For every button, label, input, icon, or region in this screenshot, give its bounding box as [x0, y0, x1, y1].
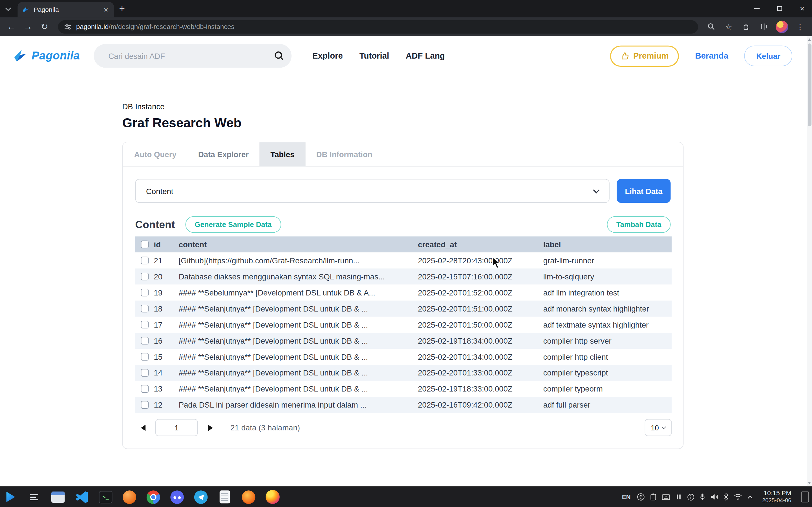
- tab-db-information[interactable]: DB Information: [305, 142, 383, 166]
- cell-id: 19: [154, 288, 179, 297]
- accessibility-icon[interactable]: [637, 493, 645, 501]
- telegram-icon[interactable]: [193, 489, 209, 505]
- terminal-icon[interactable]: >_: [98, 489, 113, 505]
- show-desktop-button[interactable]: [801, 492, 809, 503]
- row-checkbox[interactable]: [141, 321, 149, 329]
- next-page-button[interactable]: [202, 419, 218, 436]
- keluar-button[interactable]: Keluar: [744, 46, 792, 66]
- file-manager-icon[interactable]: [50, 489, 66, 505]
- scrollbar-thumb[interactable]: [808, 43, 811, 126]
- row-checkbox[interactable]: [141, 369, 149, 377]
- scroll-up-arrow[interactable]: [808, 38, 811, 41]
- tambah-data-button[interactable]: Tambah Data: [607, 216, 671, 233]
- chrome-icon[interactable]: [146, 489, 161, 505]
- tab-tables[interactable]: Tables: [260, 142, 305, 166]
- tray-expand-icon[interactable]: [747, 495, 753, 499]
- table-select[interactable]: Content: [135, 179, 609, 203]
- column-header-created-at[interactable]: created_at: [418, 240, 543, 249]
- row-checkbox[interactable]: [141, 305, 149, 313]
- table-row[interactable]: 17 #### **Selanjutnya** [Development DSL…: [135, 317, 672, 333]
- bluetooth-icon[interactable]: [723, 493, 728, 501]
- launcher-icon[interactable]: [3, 489, 18, 505]
- current-page-box[interactable]: 1: [155, 419, 198, 436]
- vscode-icon[interactable]: [74, 489, 90, 505]
- window-close-button[interactable]: ×: [798, 4, 807, 13]
- nav-tutorial[interactable]: Tutorial: [359, 51, 389, 61]
- table-row[interactable]: 13 #### **Selanjutnya** [Development DSL…: [135, 381, 672, 397]
- url-bar[interactable]: pagonila.id/m/design/graf-research-web/d…: [58, 20, 698, 34]
- row-checkbox[interactable]: [141, 337, 149, 345]
- wifi-icon[interactable]: [733, 494, 742, 500]
- search-icon[interactable]: [274, 51, 285, 61]
- site-header: Pagonila Explore Tutorial ADF Lang Premi…: [0, 36, 812, 76]
- premium-button[interactable]: Premium: [610, 45, 679, 66]
- tab-close-icon[interactable]: ×: [102, 6, 110, 13]
- media-controls-icon[interactable]: [758, 21, 769, 32]
- row-checkbox[interactable]: [141, 401, 149, 409]
- tab-search-icon[interactable]: [5, 5, 11, 11]
- row-checkbox[interactable]: [141, 289, 149, 297]
- extensions-icon[interactable]: [741, 21, 752, 32]
- pagination-summary: 21 data (3 halaman): [231, 423, 300, 432]
- cell-id: 16: [154, 336, 179, 345]
- pagonila-logo[interactable]: Pagonila: [12, 48, 80, 64]
- firefox-icon[interactable]: [265, 489, 280, 505]
- scroll-down-arrow[interactable]: [808, 482, 811, 484]
- taskbar-clock[interactable]: 10:15 PM 2025-04-06: [762, 489, 791, 504]
- table-row[interactable]: 16 #### **Selanjutnya** [Development DSL…: [135, 333, 672, 349]
- row-checkbox[interactable]: [141, 257, 149, 265]
- volume-icon[interactable]: [710, 494, 718, 500]
- keyboard-layout-indicator[interactable]: EN: [622, 493, 631, 501]
- lihat-data-button[interactable]: Lihat Data: [617, 179, 671, 203]
- info-icon[interactable]: [687, 493, 695, 501]
- keyboard-icon[interactable]: [662, 494, 670, 500]
- table-row[interactable]: 12 Pada DSL ini parser didesain menerima…: [135, 397, 672, 413]
- table-row[interactable]: 20 Database diakses menggunakan syntax S…: [135, 269, 672, 284]
- menu-icon[interactable]: ⋮: [795, 21, 806, 32]
- nav-explore[interactable]: Explore: [312, 51, 343, 61]
- reload-button[interactable]: ↻: [37, 19, 52, 34]
- page-scrollbar[interactable]: [807, 36, 812, 487]
- table-row[interactable]: 19 #### **Sebelumnya** [Development DSL …: [135, 284, 672, 300]
- table-row[interactable]: 18 #### **Selanjutnya** [Development DSL…: [135, 300, 672, 317]
- clipboard-icon[interactable]: [650, 493, 657, 501]
- cell-content: #### **Selanjutnya** [Development DSL un…: [179, 320, 418, 329]
- flame-app-icon[interactable]: [241, 489, 256, 505]
- row-checkbox[interactable]: [141, 273, 149, 281]
- new-tab-button[interactable]: +: [119, 3, 124, 14]
- task-view-icon[interactable]: [27, 489, 42, 505]
- site-settings-icon[interactable]: [64, 23, 71, 31]
- column-header-id[interactable]: id: [154, 240, 179, 249]
- table-row[interactable]: 15 #### **Selanjutnya** [Development DSL…: [135, 349, 672, 365]
- browser-tab[interactable]: Pagonila ×: [17, 2, 114, 17]
- page-size-select[interactable]: 10: [645, 419, 672, 436]
- discord-icon[interactable]: [169, 489, 185, 505]
- beranda-link[interactable]: Beranda: [695, 51, 728, 61]
- orange-app-icon[interactable]: [122, 489, 137, 505]
- nav-adf-lang[interactable]: ADF Lang: [406, 51, 445, 61]
- column-header-label[interactable]: label: [543, 240, 672, 249]
- table-row[interactable]: 21 [Github](https://github.com/Graf-Rese…: [135, 252, 672, 269]
- window-restore-button[interactable]: [775, 4, 784, 13]
- mic-icon[interactable]: [700, 493, 705, 501]
- window-minimize-button[interactable]: [752, 4, 761, 13]
- search-box[interactable]: [94, 44, 292, 68]
- back-button[interactable]: ←: [4, 19, 18, 34]
- search-input[interactable]: [107, 51, 274, 61]
- pause-icon[interactable]: [675, 494, 682, 500]
- prev-page-button[interactable]: [135, 419, 151, 436]
- text-editor-icon[interactable]: [217, 489, 233, 505]
- profile-avatar[interactable]: [776, 20, 788, 33]
- cell-id: 17: [154, 320, 179, 329]
- tab-data-explorer[interactable]: Data Explorer: [187, 142, 259, 166]
- row-checkbox[interactable]: [141, 353, 149, 361]
- generate-sample-data-button[interactable]: Generate Sample Data: [185, 216, 281, 233]
- row-checkbox[interactable]: [141, 385, 149, 393]
- bookmark-star-icon[interactable]: ☆: [723, 21, 734, 32]
- column-header-content[interactable]: content: [179, 240, 418, 249]
- zoom-icon[interactable]: [705, 21, 717, 32]
- forward-button[interactable]: →: [20, 19, 35, 34]
- tab-auto-query[interactable]: Auto Query: [123, 142, 187, 166]
- select-all-checkbox[interactable]: [141, 240, 149, 248]
- table-row[interactable]: 14 #### **Selanjutnya** [Development DSL…: [135, 365, 672, 381]
